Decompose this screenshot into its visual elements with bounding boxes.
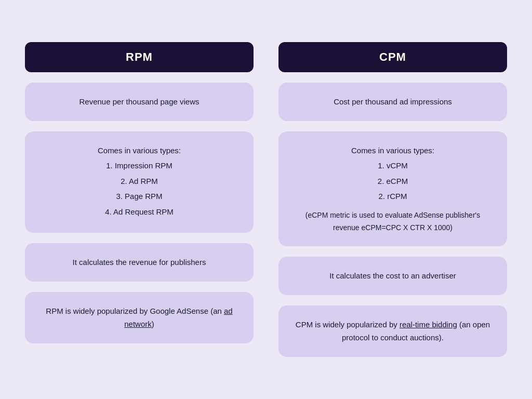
list-item: 3. Page RPM [39,190,239,203]
rpm-header-box: RPM [25,42,254,72]
rpm-card2-list: 1. Impression RPM 2. Ad RPM 3. Page RPM … [39,159,239,218]
cpm-card2-title: Comes in various types: [293,144,493,157]
list-item: 4. Ad Request RPM [39,205,239,219]
cpm-card1-text: Cost per thousand ad impressions [334,97,452,106]
list-item: 2. Ad RPM [39,175,239,188]
ad-network-link[interactable]: ad network [124,307,232,329]
rpm-card-1: Revenue per thousand page views [25,83,254,121]
list-item: 2. rCPM [293,190,493,203]
rpm-card-3: It calculates the revenue for publishers [25,243,254,282]
rpm-column: RPM Revenue per thousand page views Come… [25,42,254,357]
rpm-card1-text: Revenue per thousand page views [79,97,200,106]
cpm-card2-list: 1. vCPM 2. eCPM 2. rCPM [293,159,493,203]
rpm-card2-title: Comes in various types: [39,144,239,157]
cpm-card4-text: CPM is widely popularized by real-time b… [296,320,490,342]
cpm-card-1: Cost per thousand ad impressions [278,83,507,121]
cpm-header-box: CPM [278,42,507,72]
rpm-card3-text: It calculates the revenue for publishers [73,258,206,267]
cpm-card-3: It calculates the cost to an advertiser [278,257,507,295]
cpm-header-label: CPM [379,50,406,63]
cpm-column: CPM Cost per thousand ad impressions Com… [278,42,507,357]
list-item: 2. eCPM [293,175,493,188]
real-time-bidding-link[interactable]: real-time bidding [400,320,457,329]
cpm-card3-text: It calculates the cost to an advertiser [329,271,456,280]
rpm-card4-text: RPM is widely popularized by Google AdSe… [46,307,232,329]
cpm-card2-note: (eCPM metric is used to evaluate AdSense… [293,209,493,234]
rpm-header-label: RPM [126,50,153,63]
rpm-card-2: Comes in various types: 1. Impression RP… [25,131,254,233]
cpm-card-2: Comes in various types: 1. vCPM 2. eCPM … [278,131,507,247]
cpm-card-4: CPM is widely popularized by real-time b… [278,305,507,357]
list-item: 1. Impression RPM [39,159,239,172]
rpm-card-4: RPM is widely popularized by Google AdSe… [25,292,254,343]
list-item: 1. vCPM [293,159,493,172]
main-container: RPM Revenue per thousand page views Come… [0,25,532,374]
